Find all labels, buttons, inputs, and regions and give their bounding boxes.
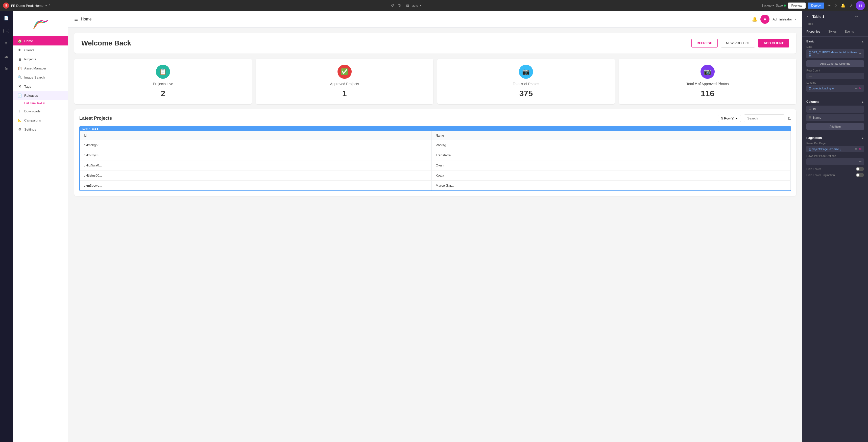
hamburger-icon[interactable]: ☰ bbox=[74, 17, 78, 22]
sidebar-item-home[interactable]: 🏠 Home bbox=[12, 36, 68, 45]
tab-styles[interactable]: Styles bbox=[824, 27, 841, 36]
search-input[interactable] bbox=[744, 115, 784, 122]
tab-events[interactable]: Events bbox=[840, 27, 858, 36]
rows-per-page-options-box: — ✏ bbox=[806, 158, 864, 165]
approved-projects-value: 1 bbox=[342, 89, 347, 98]
stat-card-total-photos: 📷 Total # of Photos 375 bbox=[437, 59, 615, 104]
panel-edit-icon[interactable]: ✏ bbox=[856, 15, 858, 19]
preview-button[interactable]: Preview bbox=[788, 2, 806, 8]
table-row[interactable]: ckligj5wa0... Ovan bbox=[80, 160, 791, 170]
page-header-right: 🔔 A Administrator ▾ bbox=[752, 14, 796, 24]
hide-footer-toggle[interactable] bbox=[856, 167, 864, 171]
hide-footer-pagination-toggle[interactable] bbox=[856, 173, 864, 177]
panel-more-icon[interactable]: ⋮ bbox=[860, 14, 864, 19]
undo-icon[interactable]: ↺ bbox=[390, 2, 395, 9]
user-avatar-topbar[interactable]: SS bbox=[856, 1, 865, 10]
rows-per-page-options-edit-icon[interactable]: ✏ bbox=[859, 160, 862, 163]
deploy-button[interactable]: Deploy bbox=[808, 2, 824, 8]
sidebar-item-campaigns[interactable]: 📐 Campaigns bbox=[12, 116, 68, 125]
share-icon[interactable]: ↗ bbox=[848, 2, 854, 9]
loading-fx-icon[interactable]: fx bbox=[859, 87, 862, 90]
help-icon[interactable]: ? bbox=[834, 2, 838, 9]
columns-title: Columns bbox=[806, 100, 819, 103]
home-icon: 🏠 bbox=[18, 39, 22, 43]
sidebar-item-asset-manager[interactable]: 📋 Asset Manager bbox=[12, 64, 68, 73]
rows-per-page-fx-icon[interactable]: fx bbox=[859, 147, 862, 151]
redo-icon[interactable]: ↻ bbox=[397, 2, 402, 9]
loading-icons: ✏ fx bbox=[855, 87, 862, 90]
column-label-id: Id bbox=[813, 107, 816, 111]
tab-properties[interactable]: Properties bbox=[802, 27, 824, 36]
rows-per-page-box: {{ projectsPageSize.size }} ✏ fx bbox=[806, 146, 864, 152]
table-row[interactable]: ckko3fyc3... Transterra ... bbox=[80, 150, 791, 160]
data-edit-icon[interactable]: ✏ bbox=[859, 52, 862, 56]
loading-value-text: {{ projects.loading }} bbox=[809, 87, 834, 90]
sidebar-item-clients[interactable]: ✚ Clients bbox=[12, 45, 68, 55]
row-select[interactable]: 5 Row(s) ▾ bbox=[718, 115, 741, 122]
logo-image bbox=[30, 16, 51, 31]
refresh-button[interactable]: REFRESH bbox=[691, 39, 718, 48]
data-value-text: {{ GET_CLIENTS.data.clientsList.items }} bbox=[809, 51, 859, 57]
sidebar-item-releases[interactable]: 📄 Releases bbox=[12, 91, 68, 100]
columns-list: ⠿ Id ⠿ Name bbox=[806, 105, 864, 121]
add-client-button[interactable]: ADD CLIENT bbox=[758, 39, 789, 48]
admin-chevron-icon[interactable]: ▾ bbox=[795, 18, 796, 21]
save-indicator[interactable]: Save bbox=[776, 4, 786, 7]
device-mode-label[interactable]: auto bbox=[412, 4, 418, 7]
filter-icon[interactable]: ⇅ bbox=[787, 116, 791, 121]
monitor-icon[interactable]: 🖥 bbox=[404, 2, 410, 9]
drag-handle-id[interactable]: ⠿ bbox=[809, 107, 811, 111]
rows-per-page-edit-icon[interactable]: ✏ bbox=[855, 147, 858, 151]
rows-per-page-options-label: Rows Per Page Options bbox=[806, 154, 864, 157]
projects-controls: 5 Row(s) ▾ ⇅ bbox=[718, 115, 791, 122]
sidebar-icon-cloud[interactable]: ☁ bbox=[3, 52, 10, 60]
sidebar-icon-fx[interactable]: fx bbox=[3, 65, 9, 73]
sidebar-item-image-search[interactable]: 🔍 Image Search bbox=[12, 73, 68, 82]
sidebar-icon-pages[interactable]: 📄 bbox=[2, 14, 10, 22]
stat-card-projects-live: 📋 Projects Live 2 bbox=[74, 59, 252, 104]
projects-live-icon: 📋 bbox=[156, 65, 170, 79]
table-row[interactable]: ckm3pcwq... Marco Gar... bbox=[80, 181, 791, 191]
table-row[interactable]: ckltjeins00... Koala bbox=[80, 170, 791, 181]
basic-chevron-icon[interactable]: ▲ bbox=[862, 40, 864, 43]
device-chevron-icon[interactable]: ▾ bbox=[420, 4, 422, 7]
drag-handle-name[interactable]: ⠿ bbox=[809, 116, 811, 120]
sidebar-item-downloads[interactable]: ↓ Downloads bbox=[12, 106, 68, 116]
releases-icon: 📄 bbox=[18, 93, 22, 97]
columns-chevron-icon[interactable]: ▲ bbox=[862, 100, 864, 103]
cell-name: Koala bbox=[432, 170, 790, 181]
sun-icon[interactable]: ☀ bbox=[826, 2, 832, 9]
sidebar-icon-components[interactable]: {…} bbox=[1, 27, 11, 35]
loading-edit-icon[interactable]: ✏ bbox=[855, 87, 858, 90]
hide-footer-pagination-item: Hide Footer Pagination bbox=[806, 173, 864, 177]
table-label-dots bbox=[92, 128, 98, 130]
auto-generate-button[interactable]: Auto Generate Columns bbox=[806, 60, 864, 67]
sidebar-item-projects[interactable]: 🖨 Projects bbox=[12, 55, 68, 64]
panel-back-button[interactable]: ← bbox=[806, 14, 810, 19]
cell-id: ckltjeins00... bbox=[80, 170, 432, 181]
right-panel: ← Table 1 ✏ ⋮ Table Properties Styles Ev… bbox=[802, 11, 868, 442]
page-header-left: ☰ Home bbox=[74, 17, 92, 22]
admin-avatar[interactable]: A bbox=[761, 14, 770, 24]
sidebar-item-tags[interactable]: ✖ Tags bbox=[12, 82, 68, 91]
page-header: ☰ Home 🔔 A Administrator ▾ bbox=[68, 11, 802, 28]
column-label-name: Name bbox=[813, 116, 821, 120]
sidebar-icon-layers[interactable]: ≡ bbox=[3, 40, 9, 47]
cell-id: ckligj5wa0... bbox=[80, 160, 432, 170]
cell-id: ckknckgn6... bbox=[80, 140, 432, 150]
row-count-value-box: — bbox=[806, 73, 864, 79]
new-project-button[interactable]: NEW PROJECT bbox=[721, 39, 755, 48]
table-row[interactable]: ckknckgn6... Photag bbox=[80, 140, 791, 150]
backup-button[interactable]: Backup ▾ bbox=[762, 4, 774, 7]
columns-section-header: Columns ▲ bbox=[806, 100, 864, 103]
add-item-button[interactable]: Add Item bbox=[806, 123, 864, 130]
bell-icon[interactable]: 🔔 bbox=[752, 17, 757, 22]
clients-icon: ✚ bbox=[18, 48, 22, 52]
bell-topbar-icon[interactable]: 🔔 bbox=[840, 2, 846, 9]
topbar-chevron-icon[interactable]: ▾ bbox=[45, 4, 47, 7]
sidebar-item-settings[interactable]: ⚙ Settings bbox=[12, 125, 68, 134]
table-label-text: Table 1 bbox=[82, 128, 91, 131]
pagination-chevron-icon[interactable]: ▲ bbox=[862, 137, 864, 139]
table-header-row: Id Name bbox=[80, 131, 791, 140]
basic-title: Basic bbox=[806, 40, 814, 43]
